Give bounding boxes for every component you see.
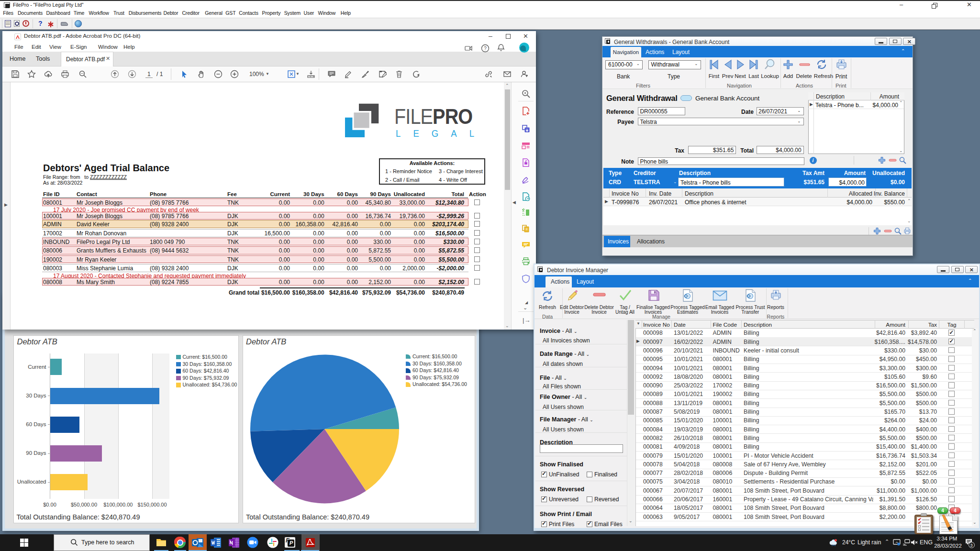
svg-text:?: ? — [484, 46, 487, 51]
